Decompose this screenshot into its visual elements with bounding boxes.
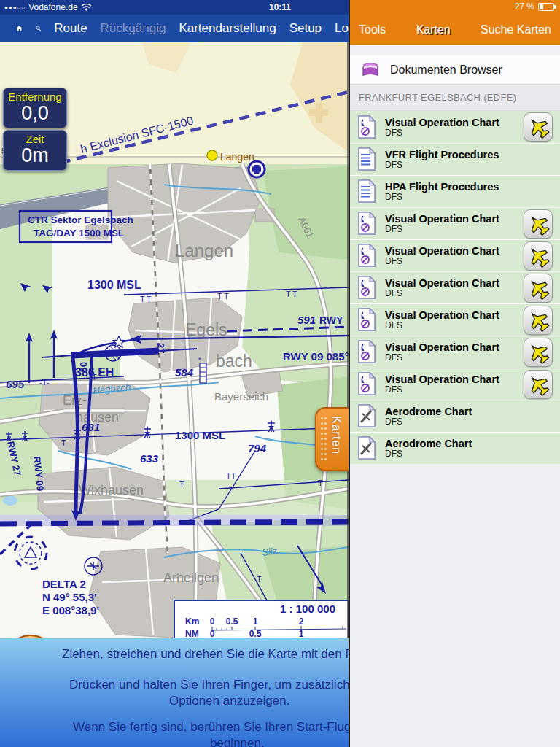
nav-item-route[interactable]: Route (54, 21, 87, 36)
carrier-label: Vodafone.de (28, 2, 77, 12)
chart-doc-icon (357, 340, 376, 364)
show-on-map-button[interactable] (524, 209, 553, 239)
nav-item-truncated[interactable]: Lo (335, 21, 349, 36)
list-item[interactable]: Visual Operation ChartDFS (350, 368, 560, 400)
rwy-09-085-label: RWY 09 085° (283, 350, 349, 363)
tab-suche-karten[interactable]: Suche Karten (481, 23, 551, 36)
text-doc-icon (357, 147, 376, 171)
svg-text:T T: T T (140, 295, 152, 303)
list-item[interactable]: Aerodrome ChartDFS (350, 432, 560, 464)
doc-title: Visual Operation Chart (385, 341, 499, 353)
wifi-icon (81, 4, 92, 12)
svg-text:T: T (61, 438, 66, 447)
chart-doc-icon (357, 115, 376, 139)
doc-subtitle: DFS (385, 193, 499, 202)
airplane-icon (525, 114, 551, 140)
svg-text:*: * (198, 356, 201, 363)
karten-pull-tab[interactable]: Karten (315, 407, 349, 471)
doc-title: Aerodrome Chart (385, 438, 472, 449)
route-measure-widget: Entfernung 0,0 Zeit 0m (3, 88, 67, 172)
list-item[interactable]: Aerodrome ChartDFS (350, 400, 560, 432)
km-tick-05: 0.5 (226, 616, 238, 627)
airplane-icon (525, 275, 551, 301)
list-item[interactable]: Visual Operation ChartDFS (350, 271, 560, 303)
msl-limit-label-1: 1300 MSL (88, 279, 141, 291)
delta2-name-label: DELTA 2 (42, 578, 86, 590)
text-doc-icon (357, 179, 376, 204)
nav-item-map-display[interactable]: Kartendarstellung (179, 21, 276, 36)
airplane-icon (525, 339, 551, 365)
svg-text:TT: TT (226, 471, 236, 480)
help-line-4: Wenn Sie fertig sind, berühren Sie Ihren… (73, 720, 349, 735)
show-on-map-button[interactable] (524, 274, 553, 303)
chart-doc-icon (357, 244, 376, 268)
obstacle-633-label: 633 (140, 452, 159, 465)
chart-scale-ratio: 1 : 100 000 (280, 603, 335, 615)
doc-subtitle: DFS (385, 225, 499, 234)
chart-doc-icon (357, 276, 376, 300)
battery-percent: 27 % (515, 1, 534, 12)
distance-widget: Entfernung 0,0 (3, 88, 67, 128)
doc-title: Visual Operation Chart (385, 213, 499, 225)
obstacle-681-label: 681 (82, 421, 100, 433)
wixhausen-label: Wixhausen (79, 483, 144, 498)
airplane-icon (525, 371, 551, 398)
doc-subtitle: DFS (385, 289, 499, 298)
panel-header: 27 % Tools Karten Suche Karten (350, 0, 560, 45)
show-on-map-button[interactable] (524, 306, 553, 335)
document-list: Visual Operation ChartDFS VFR Flight Pro… (350, 111, 560, 464)
gesture-help-overlay: Ziehen, streichen und drehen Sie die Kar… (0, 638, 349, 747)
nm-label: NM (185, 629, 199, 638)
list-item[interactable]: VFR Flight ProceduresDFS (350, 143, 560, 175)
show-on-map-button[interactable] (524, 112, 553, 142)
map-canvas[interactable]: 50N h Exclusion SFC-1500 Langen (0, 42, 349, 638)
runway-doc-icon (357, 436, 376, 460)
show-on-map-button[interactable] (524, 338, 553, 367)
doc-title: Visual Operation Chart (385, 309, 499, 321)
doc-subtitle: DFS (385, 353, 499, 363)
list-item[interactable]: Visual Operation ChartDFS (350, 303, 560, 336)
arheilgen-label: Arheilgen (163, 570, 219, 585)
dokumenten-browser-label: Dokumenten Browser (390, 63, 502, 77)
book-icon (360, 61, 381, 79)
list-item[interactable]: HPA Flight ProceduresDFS (350, 175, 560, 207)
doc-subtitle: DFS (385, 257, 499, 266)
chart-scale-box: 1 : 100 000 Km 0 0.5 1 2 NM 0 0.5 1 (174, 600, 349, 638)
doc-subtitle: DFS (385, 160, 499, 170)
ctr-sector-line2: TAG/DAY 1500 MSL (34, 228, 124, 239)
doc-title: Visual Operation Chart (385, 374, 499, 385)
documents-side-panel: 27 % Tools Karten Suche Karten Dokumente… (349, 0, 560, 747)
km-tick-0: 0 (210, 616, 215, 627)
tab-tools[interactable]: Tools (359, 23, 386, 36)
rwy-591-label-b: RWY (319, 314, 343, 326)
egelsbach-label-2: bach (216, 352, 252, 371)
list-item[interactable]: Visual Operation ChartDFS (350, 239, 560, 271)
dokumenten-browser-button[interactable]: Dokumenten Browser (350, 55, 560, 85)
airplane-icon (525, 243, 551, 269)
list-item[interactable]: Visual Operation ChartDFS (350, 207, 560, 239)
list-item[interactable]: Visual Operation ChartDFS (350, 111, 560, 143)
home-icon[interactable] (16, 20, 23, 36)
search-icon[interactable] (36, 21, 41, 36)
nav-item-setup[interactable]: Setup (289, 21, 322, 36)
langen-town-label: Langen (175, 241, 233, 260)
show-on-map-button[interactable] (524, 241, 553, 271)
doc-title: Visual Operation Chart (385, 277, 499, 289)
tab-karten[interactable]: Karten (416, 23, 451, 36)
rwy-end-left-label: 09 (78, 362, 89, 372)
obstacle-695-label: 695 (6, 378, 25, 390)
doc-subtitle: DFS (385, 128, 499, 138)
doc-title: Aerodrome Chart (385, 406, 472, 417)
nav-item-undo: Rückgängig (101, 21, 166, 36)
svg-text:T: T (179, 480, 184, 489)
chart-doc-icon (357, 372, 376, 396)
time-value: 0m (5, 145, 65, 166)
svg-text:T T: T T (286, 290, 298, 298)
doc-title: Visual Operation Chart (385, 117, 499, 128)
obstacle-584-label: 584 (175, 366, 194, 379)
show-on-map-button[interactable] (524, 370, 553, 399)
help-line-1: Ziehen, streichen und drehen Sie die Kar… (62, 647, 349, 662)
list-item[interactable]: Visual Operation ChartDFS (350, 336, 560, 368)
help-line-2: Drücken und halten Sie Ihren Finger, um … (69, 678, 349, 692)
obstacle-794-label: 794 (248, 442, 267, 454)
